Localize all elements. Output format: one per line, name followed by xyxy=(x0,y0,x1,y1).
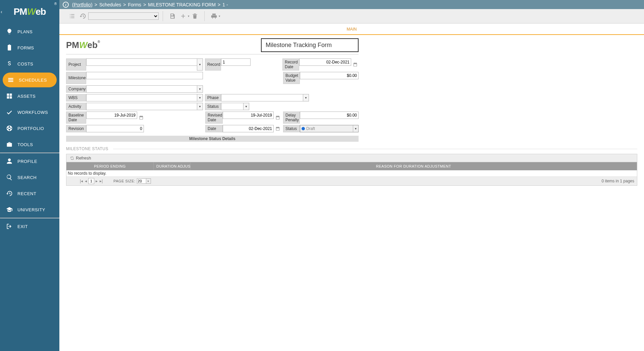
briefcase-icon xyxy=(5,141,13,148)
revised-date-calendar-icon[interactable] xyxy=(274,112,281,124)
date-input[interactable] xyxy=(223,125,274,132)
print-icon[interactable] xyxy=(209,11,219,21)
activity-input[interactable] xyxy=(86,103,197,110)
company-input[interactable] xyxy=(86,85,197,93)
sidebar-item-label: FORMS xyxy=(17,45,34,50)
sidebar-item-tools[interactable]: TOOLS xyxy=(0,136,59,152)
exit-icon xyxy=(5,223,13,230)
section-bar: Milestone Status Details xyxy=(66,136,359,142)
label-budget-value: Budget Value xyxy=(283,72,300,84)
company-dropdown[interactable]: ▼ xyxy=(197,85,203,93)
page-prev-icon[interactable]: ◂ xyxy=(84,179,88,183)
sidebar-item-label: PORTFOLIO xyxy=(17,126,44,131)
page-next-icon[interactable]: ▸ xyxy=(95,179,98,183)
user-icon xyxy=(5,158,13,165)
milestone-input[interactable] xyxy=(86,72,203,79)
page-size-input[interactable] xyxy=(137,179,146,183)
collapse-sidebar-icon[interactable]: ‹ xyxy=(1,9,2,14)
revision-input[interactable] xyxy=(86,125,144,132)
gradcap-icon xyxy=(5,206,13,213)
sidebar-item-label: WORKFLOWS xyxy=(17,110,48,115)
toolbar: ▾ ▾ xyxy=(59,9,644,24)
grid-icon xyxy=(5,93,13,99)
sidebar-item-workflows[interactable]: WORKFLOWS xyxy=(0,104,59,120)
sidebar-item-plans[interactable]: PLANS xyxy=(0,24,59,40)
tab-main[interactable]: MAIN xyxy=(340,26,364,33)
label-baseline-date: Baseline Date xyxy=(66,112,86,124)
col-reason[interactable]: REASON FOR DURATION ADJUSTMENT xyxy=(191,162,637,170)
sidebar-item-portfolio[interactable]: PORTFOLIO xyxy=(0,120,59,136)
sidebar-item-exit[interactable]: EXIT xyxy=(0,218,59,234)
tab-bar: MAIN xyxy=(59,24,644,35)
wbs-dropdown[interactable]: ▼ xyxy=(197,94,203,101)
sidebar-item-schedules[interactable]: SCHEDULES xyxy=(3,73,57,87)
lightbulb-icon xyxy=(5,28,13,35)
record-date-input[interactable] xyxy=(299,58,351,66)
revised-date-input[interactable] xyxy=(223,112,274,119)
list-icon[interactable] xyxy=(67,11,77,21)
label-status-top: Status xyxy=(205,103,221,110)
label-project: Project xyxy=(66,58,86,71)
check-icon xyxy=(5,109,13,116)
label-phase: Phase xyxy=(205,94,221,101)
col-duration-adjustment[interactable]: DURATION ADJUSTMENT xyxy=(154,162,191,170)
sidebar-item-university[interactable]: UNIVERSITY xyxy=(0,202,59,218)
breadcrumb: i (Portfolio) >Schedules>Forms>MILESTONE… xyxy=(59,0,644,9)
clipboard-icon xyxy=(5,44,13,51)
label-activity: Activity xyxy=(66,103,86,110)
baseline-date-input[interactable] xyxy=(86,112,137,119)
refresh-button[interactable]: Refresh xyxy=(70,156,91,161)
sidebar-item-forms[interactable]: FORMS xyxy=(0,40,59,56)
sidebar: ‹ PMWeb ® PLANSFORMSCOSTSSCHEDULESASSETS… xyxy=(0,0,59,351)
status-top-input[interactable] xyxy=(221,103,243,110)
sidebar-item-label: TOOLS xyxy=(17,142,33,147)
project-input[interactable] xyxy=(86,58,197,66)
delete-icon[interactable] xyxy=(190,11,200,21)
label-milestone: Milestone xyxy=(66,72,86,84)
project-dropdown[interactable]: ▼ xyxy=(197,58,203,71)
history-icon[interactable] xyxy=(77,11,88,21)
info-icon[interactable]: i xyxy=(63,2,69,8)
status-top-dropdown[interactable]: ▼ xyxy=(243,103,249,110)
sidebar-item-search[interactable]: SEARCH xyxy=(0,169,59,185)
print-dropdown[interactable]: ▾ xyxy=(219,14,220,18)
sidebar-item-recent[interactable]: RECENT xyxy=(0,185,59,202)
budget-value-input[interactable] xyxy=(300,72,359,79)
breadcrumb-portfolio[interactable]: (Portfolio) xyxy=(72,2,93,7)
label-record: Record xyxy=(205,58,221,71)
sidebar-item-label: SCHEDULES xyxy=(19,78,47,83)
phase-input[interactable] xyxy=(221,94,303,101)
record-selector[interactable] xyxy=(88,12,159,20)
label-company: Company xyxy=(66,85,86,93)
label-revised-date: Revised Date xyxy=(205,112,223,124)
sidebar-item-assets[interactable]: ASSETS xyxy=(0,88,59,104)
search-icon xyxy=(5,174,13,181)
form-title: Milestone Tracking Form xyxy=(261,38,359,52)
baseline-date-calendar-icon[interactable] xyxy=(138,112,145,124)
record-input[interactable] xyxy=(221,58,251,66)
add-icon[interactable] xyxy=(178,11,189,21)
phase-dropdown[interactable]: ▼ xyxy=(303,94,309,101)
page-size-dropdown[interactable]: ▼ xyxy=(146,179,151,183)
page-first-icon[interactable]: |◂ xyxy=(79,179,84,183)
activity-dropdown[interactable]: ▼ xyxy=(197,103,203,110)
milestone-status-grid: Refresh PERIOD ENDING DURATION ADJUSTMEN… xyxy=(66,154,637,186)
dollar-icon xyxy=(5,60,13,67)
sidebar-item-label: UNIVERSITY xyxy=(17,207,45,212)
sidebar-item-label: SEARCH xyxy=(17,175,37,180)
sidebar-item-label: EXIT xyxy=(17,224,28,229)
date-calendar-icon[interactable] xyxy=(274,125,281,132)
record-date-calendar-icon[interactable] xyxy=(352,58,359,71)
logo: ‹ PMWeb ® xyxy=(0,0,59,24)
page-number-input[interactable] xyxy=(88,178,94,184)
status-draft-combo[interactable]: Draft ▼ xyxy=(300,125,359,132)
section-title: MILESTONE STATUS xyxy=(66,146,637,151)
delay-penalty-input[interactable] xyxy=(300,112,359,119)
col-period-ending[interactable]: PERIOD ENDING xyxy=(66,162,154,170)
wbs-input[interactable] xyxy=(86,94,197,101)
label-record-date: Record Date xyxy=(282,58,299,71)
page-last-icon[interactable]: ▸| xyxy=(99,179,103,183)
sidebar-item-costs[interactable]: COSTS xyxy=(0,56,59,72)
save-icon[interactable] xyxy=(167,11,178,21)
sidebar-item-profile[interactable]: PROFILE xyxy=(0,153,59,169)
